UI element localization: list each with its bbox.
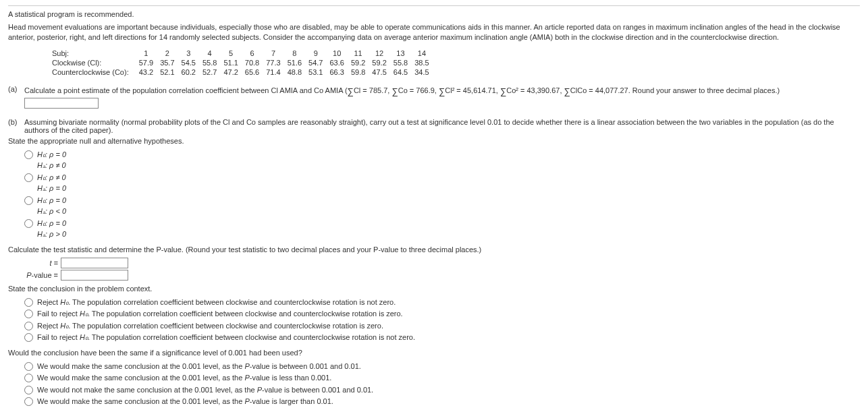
t-statistic-input[interactable]	[61, 258, 128, 268]
hyp-radio-2[interactable]	[24, 173, 33, 182]
cl-label: Clockwise (Cl):	[49, 58, 136, 67]
hyp-option-2[interactable]: H₀: ρ ≠ 0 Hₐ: ρ = 0	[24, 172, 860, 194]
p-value-input[interactable]	[61, 270, 128, 281]
alpha-option-1[interactable]: We would make the same conclusion at the…	[24, 361, 860, 372]
subj-label: Subj:	[49, 49, 136, 58]
alpha-radio-3[interactable]	[24, 386, 33, 394]
calc-prompt: Calculate the test statistic and determi…	[8, 245, 860, 254]
alpha-radio-4[interactable]	[24, 397, 33, 406]
alpha-option-4[interactable]: We would make the same conclusion at the…	[24, 396, 860, 407]
sigma-icon: ∑	[564, 86, 570, 96]
hypothesis-prompt: State the appropriate null and alternati…	[8, 137, 860, 145]
conc-option-4[interactable]: Fail to reject H₀. The population correl…	[24, 332, 860, 343]
conc-option-2[interactable]: Fail to reject H₀. The population correl…	[24, 308, 860, 320]
conc-radio-1[interactable]	[24, 298, 33, 307]
sigma-icon: ∑	[439, 86, 445, 96]
hyp-radio-3[interactable]	[24, 196, 33, 205]
sigma-icon: ∑	[391, 86, 398, 96]
part-b-label: (b)	[8, 118, 24, 126]
hyp-option-1[interactable]: H₀: ρ = 0 Hₐ: ρ ≠ 0	[24, 149, 860, 171]
hypothesis-options: H₀: ρ = 0 Hₐ: ρ ≠ 0 H₀: ρ ≠ 0 Hₐ: ρ = 0 …	[24, 149, 860, 240]
data-table: Subj: 1234567891011121314 Clockwise (Cl)…	[49, 49, 433, 77]
sigma-icon: ∑	[348, 86, 354, 96]
part-a-label: (a)	[8, 85, 24, 93]
conc-option-3[interactable]: Reject H₀. The population correlation co…	[24, 320, 860, 332]
table-row: Clockwise (Cl): 57.935.754.555.851.170.8…	[49, 58, 433, 67]
alpha-option-3[interactable]: We would not make the same conclusion at…	[24, 384, 860, 396]
conc-radio-3[interactable]	[24, 322, 33, 330]
pvalue-label: P-value =	[24, 271, 61, 279]
hyp-radio-1[interactable]	[24, 150, 33, 159]
point-estimate-input[interactable]	[24, 98, 99, 109]
hyp-radio-4[interactable]	[24, 219, 33, 228]
conc-option-1[interactable]: Reject H₀. The population correlation co…	[24, 297, 860, 308]
hyp-option-4[interactable]: H₀: ρ = 0 Hₐ: ρ > 0	[24, 218, 860, 240]
alpha-option-2[interactable]: We would make the same conclusion at the…	[24, 372, 860, 384]
part-a-text1: Calculate a point estimate of the popula…	[24, 86, 343, 94]
conclusion-options: Reject H₀. The population correlation co…	[24, 297, 860, 343]
part-a-text2: Round your answer to three decimal place…	[632, 86, 780, 94]
part-b-intro: Assuming bivariate normality (normal pro…	[24, 118, 860, 134]
alpha-radio-1[interactable]	[24, 362, 33, 371]
conclusion-prompt: State the conclusion in the problem cont…	[8, 285, 860, 293]
alpha-prompt: Would the conclusion have been the same …	[8, 349, 860, 357]
co-label: Counterclockwise (Co):	[49, 67, 136, 77]
alpha-radio-2[interactable]	[24, 374, 33, 382]
t-label: t =	[24, 259, 61, 267]
intro-paragraph: Head movement evaluations are important …	[8, 22, 860, 43]
recommendation-text: A statistical program is recommended.	[8, 10, 860, 18]
sigma-icon: ∑	[500, 86, 506, 96]
hyp-option-3[interactable]: H₀: ρ = 0 Hₐ: ρ < 0	[24, 195, 860, 217]
conc-radio-4[interactable]	[24, 333, 33, 342]
table-row: Counterclockwise (Co): 43.252.160.252.74…	[49, 67, 433, 77]
part-a-body: Calculate a point estimate of the popula…	[24, 85, 860, 95]
alpha-options: We would make the same conclusion at the…	[24, 361, 860, 407]
conc-radio-2[interactable]	[24, 310, 33, 318]
table-row: Subj: 1234567891011121314	[49, 49, 433, 58]
